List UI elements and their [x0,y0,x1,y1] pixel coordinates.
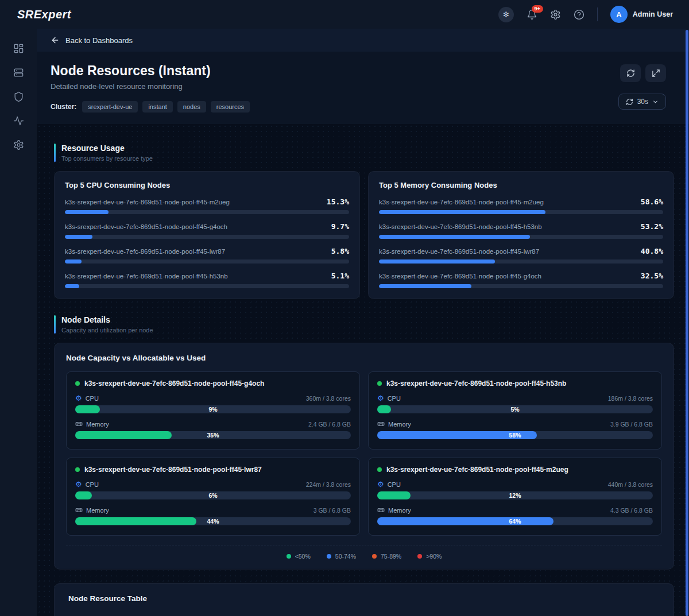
refresh-icon [626,69,635,78]
node-name: k3s-srexpert-dev-ue-7efc-869d51-node-poo… [65,223,227,230]
top-consumer-item: k3s-srexpert-dev-ue-7efc-869d51-node-poo… [65,197,349,214]
legend-dot [417,554,422,559]
cpu-percent-label: 12% [377,491,653,499]
top-consumer-item: k3s-srexpert-dev-ue-7efc-869d51-node-poo… [65,272,349,288]
node-capacity-card: k3s-srexpert-dev-ue-7efc-869d51-node-poo… [66,371,360,450]
memory-icon [75,420,83,428]
refresh-interval-dropdown[interactable]: 30s [618,94,666,110]
cpu-label: CPU [86,395,99,402]
app-logo: SRExpert [17,8,71,21]
usage-bar-track [379,235,663,239]
usage-bar-track [65,259,349,264]
node-status-dot [377,381,382,386]
user-menu[interactable]: A Admin User [610,6,673,23]
memory-bar-track: 44% [75,517,351,525]
usage-bar-fill [65,259,82,264]
section-title: Resource Usage [61,144,153,153]
memory-percent-label: 64% [377,517,653,525]
memory-detail: 2.4 GB / 6.8 GB [308,421,351,428]
cpu-bar-track: 5% [377,405,653,413]
memory-icon [75,506,83,514]
table-column-header: MEMORY PERCENT [536,612,660,616]
sidebar-item-monitoring[interactable] [8,110,29,131]
cluster-tag[interactable]: instant [142,101,172,113]
cpu-percent-label: 6% [75,491,351,499]
usage-bar-fill [379,259,495,264]
usage-percent: 15.3% [327,197,349,206]
sidebar-item-servers[interactable] [8,62,29,83]
legend-dot [372,554,377,559]
sidebar-item-dashboards[interactable] [8,38,29,59]
usage-percent: 53.2% [641,222,663,231]
node-name: k3s-srexpert-dev-ue-7efc-869d51-node-poo… [65,248,225,255]
utilization-legend: <50%50-74%75-89%>90% [66,545,662,560]
node-details-section-header: Node Details Capacity and utilization pe… [54,315,674,334]
table-title: Node Resource Table [68,594,660,603]
memory-label: Memory [86,421,109,428]
back-label: Back to Dashboards [65,36,133,45]
cpu-bar-track: 12% [377,491,653,499]
notifications-bell-icon[interactable]: 9+ [527,9,537,20]
cluster-tag[interactable]: nodes [177,101,206,113]
node-capacity-card: k3s-srexpert-dev-ue-7efc-869d51-node-poo… [368,458,662,536]
activity-icon [13,115,24,126]
cpu-label: CPU [86,481,99,488]
memory-label: Memory [388,507,411,514]
memory-bar-track: 64% [377,517,653,525]
usage-bar-track [379,210,663,214]
node-capacity-card: k3s-srexpert-dev-ue-7efc-869d51-node-poo… [66,458,360,536]
top-consumer-item: k3s-srexpert-dev-ue-7efc-869d51-node-poo… [379,197,663,214]
refresh-button[interactable] [620,64,641,82]
card-title: Top 5 Memory Consuming Nodes [379,181,663,189]
memory-icon [377,506,385,514]
usage-bar-track [379,259,663,264]
expand-icon [652,69,660,78]
capacity-panel-title: Node Capacity vs Allocatable vs Used [66,354,662,362]
expand-button[interactable] [645,64,666,82]
section-accent-bar [54,144,56,162]
top-cpu-card: Top 5 CPU Consuming Nodes k3s-srexpert-d… [54,171,360,299]
usage-percent: 32.5% [641,272,663,280]
cpu-bar-track: 9% [75,405,351,413]
back-to-dashboards-link[interactable]: Back to Dashboards [37,29,689,52]
table-column-header: CPU [299,612,358,616]
cluster-tag[interactable]: srexpert-dev-ue [82,101,138,113]
page-header: Node Resources (Instant) Detailed node-l… [37,52,689,124]
cluster-tag[interactable]: resources [211,101,250,113]
node-status-dot [75,467,80,472]
cpu-percent-label: 5% [377,405,653,413]
section-title: Node Details [61,315,153,324]
usage-percent: 5.1% [331,272,349,280]
usage-percent: 40.8% [641,247,663,255]
node-name: k3s-srexpert-dev-ue-7efc-869d51-node-poo… [84,466,262,474]
settings-gear-icon[interactable] [550,9,561,20]
cpu-percent-label: 9% [75,405,351,413]
memory-percent-label: 44% [75,517,351,525]
sidebar-item-settings[interactable] [8,134,29,155]
legend-item: 75-89% [372,553,401,560]
usage-percent: 58.6% [641,197,663,206]
cluster-icon[interactable]: ✻ [498,7,514,22]
memory-detail: 3.9 GB / 6.8 GB [610,421,653,428]
scrollbar-thumb[interactable] [686,30,688,616]
cpu-icon: ⚙ [377,481,384,488]
node-name: k3s-srexpert-dev-ue-7efc-869d51-node-poo… [65,199,230,206]
help-icon[interactable] [574,9,585,20]
server-icon [13,67,24,78]
dashboard-panel: Resource Usage Top consumers by resource… [37,124,689,616]
memory-detail: 3 GB / 6.8 GB [313,507,351,514]
memory-icon [377,420,385,428]
legend-label: 75-89% [381,553,401,560]
usage-bar-track [65,235,349,239]
memory-bar-track: 35% [75,431,351,439]
node-name: k3s-srexpert-dev-ue-7efc-869d51-node-poo… [379,248,539,255]
node-name: k3s-srexpert-dev-ue-7efc-869d51-node-poo… [386,466,568,474]
resource-usage-section-header: Resource Usage Top consumers by resource… [54,144,674,162]
node-capacity-card: k3s-srexpert-dev-ue-7efc-869d51-node-poo… [368,371,662,450]
sidebar-item-security[interactable] [8,86,29,107]
card-title: Top 5 CPU Consuming Nodes [65,181,349,189]
usage-bar-track [379,284,663,288]
cpu-label: CPU [388,395,401,402]
memory-bar-track: 58% [377,431,653,439]
section-accent-bar [54,315,56,334]
